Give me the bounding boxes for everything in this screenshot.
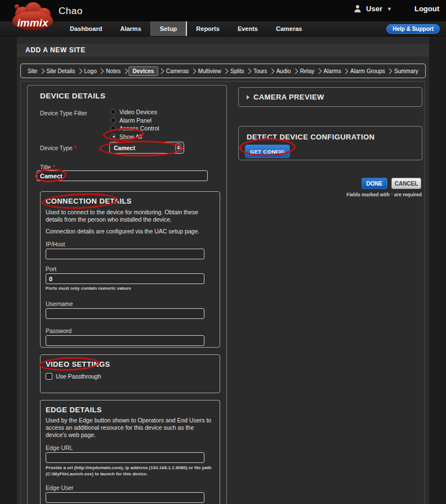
radio-access-control[interactable]: Access Control <box>110 124 159 133</box>
cancel-button[interactable]: CANCEL <box>391 178 421 189</box>
nav-item-reports[interactable]: Reports <box>187 21 229 36</box>
get-config-button[interactable]: GET CONFIG <box>245 145 290 158</box>
passthrough-checkbox[interactable] <box>46 373 52 380</box>
chevron-separator-icon <box>269 68 275 74</box>
nav-item-setup[interactable]: Setup <box>150 21 188 36</box>
video-settings-section: VIDEO SETTINGS Use Passthrough <box>40 354 220 393</box>
radio-video-devices[interactable]: Video Devices <box>110 108 159 116</box>
tab-alarms[interactable]: Alarms <box>322 67 343 75</box>
chevron-separator-icon <box>293 68 298 74</box>
connection-description-2: Connection details are configured via th… <box>46 228 212 235</box>
page-title: Chao <box>59 6 83 17</box>
device-form-panel: DEVICE DETAILS Device Type Filter Video … <box>27 85 227 504</box>
use-passthrough-row[interactable]: Use Passthrough <box>46 373 215 380</box>
tab-cameras[interactable]: Cameras <box>164 67 191 75</box>
edge-details-section: EDGE DETAILS Used by the Edge button sho… <box>40 400 220 504</box>
edge-user-input[interactable] <box>46 492 204 503</box>
tab-site[interactable]: Site <box>26 67 39 75</box>
tab-site-details[interactable]: Site Details <box>45 67 77 75</box>
radio-icon[interactable] <box>110 109 116 115</box>
tab-multiview[interactable]: Multiview <box>197 67 223 75</box>
tab-tours[interactable]: Tours <box>252 67 269 75</box>
device-type-filter-group: Video Devices Alarm Panel Access Control… <box>110 108 159 141</box>
device-type-filter-label: Device Type Filter <box>40 110 87 116</box>
chevron-separator-icon <box>343 68 349 74</box>
logout-link[interactable]: Logout <box>414 4 439 13</box>
title-input[interactable] <box>37 170 208 181</box>
chevron-separator-icon <box>122 68 128 74</box>
edge-url-label: Edge URL <box>46 444 215 451</box>
label-text: Title <box>40 164 51 170</box>
chevron-separator-icon <box>77 68 82 74</box>
chevron-separator-icon <box>39 68 44 74</box>
chevron-separator-icon <box>99 68 104 74</box>
radio-show-all[interactable]: Show All <box>110 133 159 141</box>
connection-details-heading: CONNECTION DETAILS <box>46 197 215 205</box>
port-input[interactable] <box>46 273 204 284</box>
chevron-separator-icon <box>159 68 164 74</box>
connection-details-section: CONNECTION DETAILS Used to connect to th… <box>40 191 220 348</box>
radio-icon[interactable] <box>110 125 116 131</box>
edge-url-input[interactable] <box>46 452 204 463</box>
radio-icon-selected[interactable] <box>110 134 116 140</box>
tab-devices[interactable]: Devices <box>128 66 159 76</box>
user-menu[interactable]: User ▼ <box>354 4 392 13</box>
chevron-down-icon: ▼ <box>387 6 392 12</box>
required-fields-note: Fields marked with * are required <box>346 192 422 197</box>
help-support-button[interactable]: Help & Support <box>386 24 440 34</box>
chevron-separator-icon <box>316 68 322 74</box>
nav-item-alarms[interactable]: Alarms <box>111 21 150 36</box>
svg-text:immix: immix <box>17 17 49 29</box>
ip-host-input[interactable] <box>46 249 204 259</box>
tab-relay[interactable]: Relay <box>298 67 316 75</box>
passthrough-label: Use Passthrough <box>56 373 101 380</box>
main-navbar: Dashboard Alarms Setup Reports Events Ca… <box>0 21 446 37</box>
content-area: ADD A NEW SITE Site Site Details Logo No… <box>17 37 429 504</box>
device-type-label: Device Type * <box>40 145 77 151</box>
required-asterisk: * <box>52 164 55 170</box>
edge-url-hint: Provide a url (http://mydomain.com), ip … <box>46 465 215 478</box>
chevron-separator-icon <box>191 68 197 74</box>
radio-alarm-panel[interactable]: Alarm Panel <box>110 116 159 125</box>
device-type-select[interactable]: Camect <box>109 142 184 154</box>
port-label: Port <box>46 266 215 272</box>
label-text: Device Type <box>40 145 73 151</box>
radio-icon[interactable] <box>110 118 116 123</box>
chevron-separator-icon <box>246 68 252 74</box>
camera-preview-heading: CAMERA PREVIEW <box>253 93 324 101</box>
device-details-heading: DEVICE DETAILS <box>40 92 105 100</box>
immix-logo[interactable]: immix <box>9 2 56 32</box>
connection-description-1: Used to connect to the device for monito… <box>46 209 212 223</box>
edge-details-heading: EDGE DETAILS <box>46 406 215 414</box>
nav-item-dashboard[interactable]: Dashboard <box>61 21 111 36</box>
nav-item-events[interactable]: Events <box>229 21 267 36</box>
radio-label: Alarm Panel <box>119 117 151 124</box>
tab-splits[interactable]: Splits <box>229 67 246 75</box>
title-label: Title * <box>40 164 55 170</box>
username-input[interactable] <box>46 308 204 319</box>
device-type-value: Camect <box>114 145 175 151</box>
user-icon <box>354 4 362 13</box>
port-hint: Ports must only contain numeric values <box>46 286 215 292</box>
expander-arrow-icon[interactable] <box>247 95 249 100</box>
password-input[interactable] <box>46 335 204 346</box>
tab-summary[interactable]: Summary <box>393 67 420 75</box>
chevron-separator-icon <box>387 68 393 74</box>
note-text: are required <box>393 192 422 197</box>
tab-audio[interactable]: Audio <box>275 67 293 75</box>
tab-notes[interactable]: Notes <box>104 67 122 75</box>
done-button[interactable]: DONE <box>362 178 387 189</box>
required-asterisk: * <box>74 145 77 151</box>
ip-host-label: IP/Host <box>46 241 215 248</box>
radio-label: Access Control <box>119 125 159 132</box>
radio-label: Video Devices <box>119 109 157 115</box>
nav-item-cameras[interactable]: Cameras <box>267 21 311 36</box>
radio-label: Show All <box>119 133 142 140</box>
select-stepper-icon[interactable] <box>175 143 181 152</box>
tab-logo[interactable]: Logo <box>83 67 99 75</box>
video-settings-heading: VIDEO SETTINGS <box>46 360 215 368</box>
camera-preview-panel[interactable]: CAMERA PREVIEW <box>238 87 422 107</box>
edge-description: Used by the Edge button shown to Operato… <box>46 417 215 438</box>
password-label: Password <box>46 327 215 334</box>
tab-alarm-groups[interactable]: Alarm Groups <box>349 67 387 75</box>
